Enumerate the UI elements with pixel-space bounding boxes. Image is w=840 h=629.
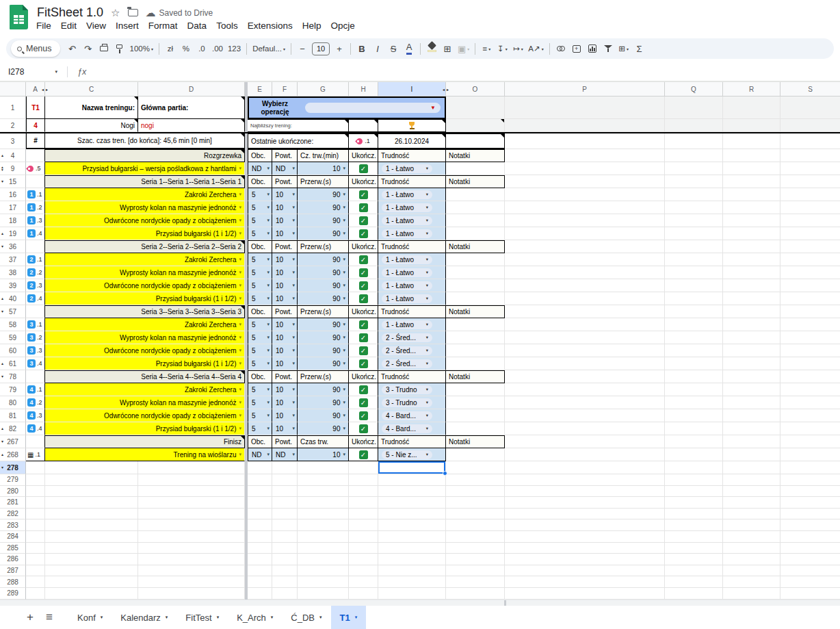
row-header-58[interactable]: 58 — [0, 318, 26, 331]
cell-A39[interactable]: 2.3 — [26, 279, 45, 292]
row-header-267[interactable]: ▾267 — [0, 435, 26, 448]
horizontal-scrollbar[interactable] — [0, 600, 840, 606]
cell-E278[interactable] — [248, 461, 272, 474]
dropdown-arrow-icon[interactable]: ▾ — [239, 270, 241, 275]
cell-section-label-36[interactable]: Seria 2--Seria 2--Seria 2--Seria 2 — [45, 240, 245, 253]
cell-S39[interactable] — [780, 279, 840, 292]
completed-checkbox[interactable]: ✓ — [359, 320, 368, 329]
cell-H61[interactable]: ✓ — [349, 357, 378, 370]
cell-S282[interactable] — [780, 509, 840, 520]
row-header-61[interactable]: ▴61 — [0, 357, 26, 370]
cell-O39[interactable] — [446, 279, 505, 292]
cell-A279[interactable] — [26, 474, 45, 486]
redo-button[interactable]: ↷ — [81, 40, 96, 57]
cell-E15[interactable]: Obc. — [248, 175, 272, 188]
decrease-font-size-button[interactable]: − — [295, 40, 310, 57]
difficulty-dropdown[interactable]: 1 - Łatwo▾ — [382, 229, 432, 238]
cell-G36[interactable]: Przerw.(s) — [298, 240, 349, 253]
text-color-button[interactable]: A — [402, 40, 417, 57]
cell-P36[interactable] — [505, 240, 665, 253]
cell-P58[interactable] — [505, 318, 665, 331]
row-header-278[interactable]: ▾278 — [0, 461, 26, 474]
cell-A57[interactable] — [26, 305, 45, 318]
column-header-Q[interactable]: Q — [665, 82, 723, 97]
percent-format-button[interactable]: % — [179, 40, 194, 57]
cell-R79[interactable] — [723, 383, 780, 396]
cell-S289[interactable] — [780, 588, 840, 600]
cell-G279[interactable] — [298, 474, 349, 486]
cell-O40[interactable] — [446, 292, 505, 305]
row-header-289[interactable]: 289 — [0, 588, 26, 600]
cell-H281[interactable] — [349, 497, 378, 509]
cell-O59[interactable] — [446, 331, 505, 344]
cell-E38[interactable]: 5▾ — [248, 266, 272, 279]
cell-G82[interactable]: 90▾ — [298, 422, 349, 435]
cell-G38[interactable]: 90▾ — [298, 266, 349, 279]
cell-O267[interactable]: Notatki — [446, 435, 505, 448]
cell-O288[interactable] — [446, 576, 505, 588]
dropdown-arrow-icon[interactable]: ▾ — [267, 426, 270, 431]
difficulty-dropdown[interactable]: 2 - Śred...▾ — [382, 333, 432, 342]
cell-F39[interactable]: 10▾ — [272, 279, 298, 292]
cell-A60[interactable]: 3.3 — [26, 344, 45, 357]
cell-G282[interactable] — [298, 509, 349, 520]
cell-O82[interactable] — [446, 422, 505, 435]
dropdown-arrow-icon[interactable]: ▾ — [292, 296, 295, 301]
cell-R267[interactable] — [723, 435, 780, 448]
cell-O57[interactable]: Notatki — [446, 305, 505, 318]
cell-R18[interactable] — [723, 214, 780, 227]
cell-S60[interactable] — [780, 344, 840, 357]
dropdown-arrow-icon[interactable]: ▾ — [239, 192, 241, 197]
cell-S19[interactable] — [780, 227, 840, 240]
cell-F58[interactable]: 10▾ — [272, 318, 298, 331]
dropdown-arrow-icon[interactable]: ▾ — [343, 322, 345, 327]
cell-E281[interactable] — [248, 497, 272, 509]
cell-G286[interactable] — [298, 554, 349, 565]
dropdown-arrow-icon[interactable]: ▾ — [292, 426, 295, 431]
menu-edit[interactable]: Edit — [56, 19, 81, 32]
cell-A79[interactable]: 4.1 — [26, 383, 45, 396]
row-header-78[interactable]: ▾78 — [0, 370, 26, 383]
cell-H278[interactable] — [349, 461, 378, 474]
cell-I36[interactable]: Trudność — [378, 240, 446, 253]
cell-S288[interactable] — [780, 576, 840, 588]
cell-H39[interactable]: ✓ — [349, 279, 378, 292]
column-header-P[interactable]: P — [505, 82, 665, 97]
cell-C18[interactable]: Odwrócone nordyckie opady z obciążeniem▾ — [45, 214, 245, 227]
cell-P268[interactable] — [505, 448, 665, 461]
cell-R37[interactable] — [723, 253, 780, 266]
cell-Q39[interactable] — [665, 279, 723, 292]
bold-button[interactable]: B — [354, 40, 369, 57]
column-header-G[interactable]: G — [298, 82, 349, 97]
hidden-column-icon[interactable]: ▸ — [447, 87, 449, 92]
row-header-36[interactable]: ▾36 — [0, 240, 26, 253]
cell-S3[interactable] — [780, 133, 840, 149]
cell-S284[interactable] — [780, 531, 840, 543]
cell-R16[interactable] — [723, 188, 780, 201]
group-expand-icon[interactable]: ▾ — [1, 374, 3, 378]
cell-Q82[interactable] — [665, 422, 723, 435]
cell-I282[interactable] — [378, 509, 446, 520]
cell-R285[interactable] — [723, 543, 780, 554]
undo-button[interactable]: ↶ — [65, 40, 80, 57]
cell-D278[interactable] — [138, 461, 245, 474]
dropdown-arrow-icon[interactable]: ▾ — [239, 452, 241, 457]
cell-G268[interactable]: 10▾ — [298, 448, 349, 461]
sheet-tab-FitTest[interactable]: FitTest▾ — [176, 606, 228, 629]
row-header-279[interactable]: 279 — [0, 474, 26, 486]
cell-C2[interactable]: Nogi — [45, 119, 138, 132]
cell-C282[interactable] — [45, 509, 138, 520]
cell-P286[interactable] — [505, 554, 665, 565]
cell-H283[interactable] — [349, 519, 378, 531]
cell-E61[interactable]: 5▾ — [248, 357, 272, 370]
cell-I39[interactable]: 1 - Łatwo▾ — [378, 279, 446, 292]
cell-P39[interactable] — [505, 279, 665, 292]
font-size-input[interactable]: 10 — [312, 42, 330, 55]
dropdown-arrow-icon[interactable]: ▾ — [267, 270, 270, 275]
cell-Q61[interactable] — [665, 357, 723, 370]
dropdown-arrow-icon[interactable]: ▾ — [239, 166, 241, 171]
completed-checkbox[interactable]: ✓ — [359, 333, 368, 342]
cell-E285[interactable] — [248, 543, 272, 554]
dropdown-arrow-icon[interactable]: ▾ — [292, 335, 295, 340]
cell-I288[interactable] — [378, 576, 446, 588]
